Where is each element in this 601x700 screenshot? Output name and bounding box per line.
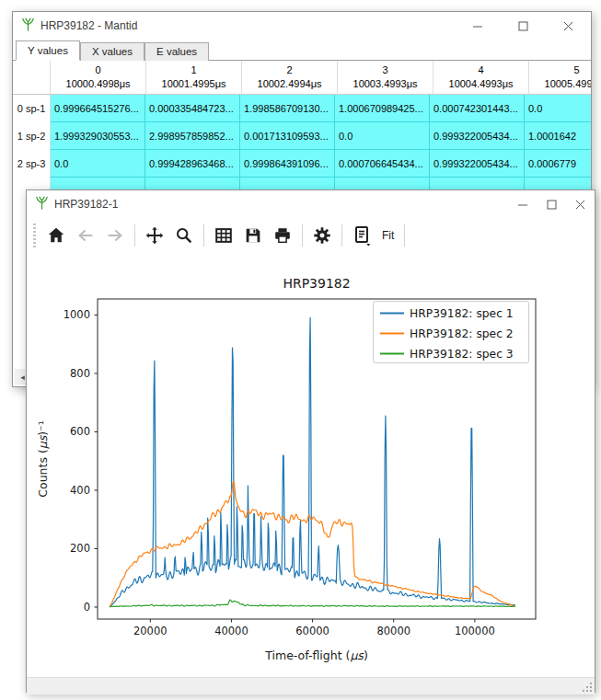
series-line	[110, 600, 515, 606]
table-cell[interactable]: 1.000670989425...	[335, 95, 430, 122]
table-cell[interactable]: 0.0	[335, 122, 430, 150]
table-cell	[525, 178, 591, 190]
toolbar-separator	[203, 224, 204, 247]
close-button[interactable]	[566, 190, 595, 218]
row-header	[13, 178, 51, 190]
gear-icon	[312, 225, 332, 246]
toolbar-separator	[404, 224, 405, 247]
generate-script-button[interactable]	[348, 222, 376, 249]
legend: HRP39182: spec 1HRP39182: spec 2HRP39182…	[374, 302, 529, 363]
title-bar[interactable]: HRP39182-1	[27, 190, 595, 218]
home-icon	[49, 228, 64, 243]
plot-toolbar: Fit	[27, 218, 595, 253]
table-cell[interactable]: 0.999664515276...	[51, 95, 145, 122]
x-tick-label: 100000	[455, 625, 495, 637]
table-row: 2 sp-30.00.999428963468...0.999864391096…	[13, 150, 591, 178]
chart-title: HRP39182	[283, 276, 350, 291]
y-tick-label: 1000	[64, 308, 90, 321]
resize-grip-icon[interactable]	[583, 683, 593, 693]
forward-arrow-icon	[109, 231, 121, 241]
figure-canvas[interactable]: HRP3918220000400006000080000100000020040…	[27, 253, 595, 677]
column-header[interactable]: 510005.4993μs	[529, 61, 591, 95]
window-title: HRP39182 - Mantid	[40, 19, 137, 32]
plot-axes[interactable]: HRP3918220000400006000080000100000020040…	[27, 253, 593, 673]
table-cell[interactable]: 0.000742301443...	[430, 95, 525, 122]
table-cell[interactable]: 0.999428963468...	[145, 150, 240, 178]
plot-window[interactable]: HRP39182-1	[26, 189, 595, 693]
column-header[interactable]: 110001.4995μs	[146, 61, 242, 95]
table-cell	[145, 178, 240, 190]
x-tick-label: 40000	[214, 625, 248, 637]
script-icon	[351, 224, 373, 247]
table-corner-cell[interactable]	[13, 61, 51, 95]
table-cell[interactable]: 0.0006779	[525, 150, 591, 178]
row-header[interactable]: 2 sp-3	[13, 150, 51, 178]
table-cell	[51, 178, 145, 190]
legend-entry: HRP39182: spec 2	[410, 327, 514, 340]
table-cell[interactable]: 1.0001642	[525, 122, 591, 150]
mantid-logo-icon	[21, 17, 35, 35]
maximize-button[interactable]	[537, 190, 566, 218]
tab-x-values[interactable]: X values	[80, 42, 144, 61]
home-button[interactable]	[42, 222, 70, 249]
matrix-tab-bar: Y values X values E values	[13, 40, 591, 61]
zoom-button[interactable]	[170, 222, 198, 249]
table-cell[interactable]: 0.999864391096...	[240, 150, 335, 178]
minimize-button[interactable]	[509, 190, 537, 218]
pan-button[interactable]	[141, 222, 168, 249]
column-header[interactable]: 210002.4994μs	[242, 61, 338, 95]
table-cell	[430, 178, 525, 190]
row-header[interactable]: 0 sp-1	[13, 95, 51, 122]
tab-e-values[interactable]: E values	[144, 42, 209, 61]
window-title: HRP39182-1	[54, 198, 118, 211]
table-cell[interactable]: 0.001713109593...	[240, 122, 335, 150]
x-tick-label: 80000	[376, 625, 410, 637]
print-button[interactable]	[269, 222, 296, 249]
table-cell	[335, 178, 430, 190]
toolbar-separator	[341, 224, 342, 247]
table-cell[interactable]: 0.0	[51, 150, 145, 178]
column-header[interactable]: 010000.4998μs	[51, 61, 146, 95]
table-cell[interactable]: 2.998957859852...	[145, 122, 240, 150]
table-header-row: 010000.4998μs110001.4995μs210002.4994μs3…	[13, 61, 591, 95]
column-header[interactable]: 310003.4993μs	[338, 61, 433, 95]
y-axis-label: Counts (μs)⁻¹	[36, 420, 50, 497]
table-cell	[240, 178, 335, 190]
series-line	[110, 482, 515, 607]
maximize-button[interactable]	[501, 12, 546, 40]
settings-button[interactable]	[308, 222, 336, 249]
minimize-button[interactable]	[456, 12, 501, 40]
table-partial-row	[13, 178, 591, 190]
legend-entry: HRP39182: spec 1	[410, 307, 514, 320]
title-bar[interactable]: HRP39182 - Mantid	[13, 12, 591, 40]
table-cell[interactable]: 0.999322005434...	[430, 122, 525, 150]
print-icon	[278, 228, 286, 232]
table-cell[interactable]: 0.0	[525, 95, 591, 122]
table-cell[interactable]: 1.998586709130...	[240, 95, 335, 122]
fit-button[interactable]: Fit	[376, 229, 399, 242]
column-header[interactable]: 410004.4993μs	[433, 61, 529, 95]
table-cell[interactable]: 0.000706645434...	[335, 150, 430, 178]
dropdown-arrow-icon	[366, 244, 370, 247]
table-cell[interactable]: 1.999329030553...	[51, 122, 145, 150]
subplots-grid-button[interactable]	[210, 222, 237, 249]
close-button[interactable]	[546, 12, 591, 40]
table-cell[interactable]: 0.000335484723...	[145, 95, 240, 122]
magnifier-icon	[178, 229, 187, 238]
row-header[interactable]: 1 sp-2	[13, 122, 51, 150]
status-bar	[27, 677, 595, 694]
table-cell[interactable]: 0.999322005434...	[430, 150, 525, 178]
tab-y-values[interactable]: Y values	[16, 40, 80, 61]
table-row: 1 sp-21.999329030553...2.998957859852...…	[13, 122, 591, 150]
desktop: { "window_table": { "title": "HRP39182 -…	[0, 0, 601, 700]
pan-icon	[146, 227, 163, 244]
toolbar-drag-handle[interactable]	[33, 224, 36, 247]
legend-entry: HRP39182: spec 3	[410, 348, 514, 361]
mantid-logo-icon	[35, 196, 49, 213]
grid-icon	[216, 229, 231, 242]
forward-button[interactable]	[101, 222, 129, 249]
back-arrow-icon	[80, 231, 93, 241]
back-button[interactable]	[72, 222, 99, 249]
x-tick-label: 60000	[295, 625, 329, 637]
save-button[interactable]	[239, 222, 267, 249]
